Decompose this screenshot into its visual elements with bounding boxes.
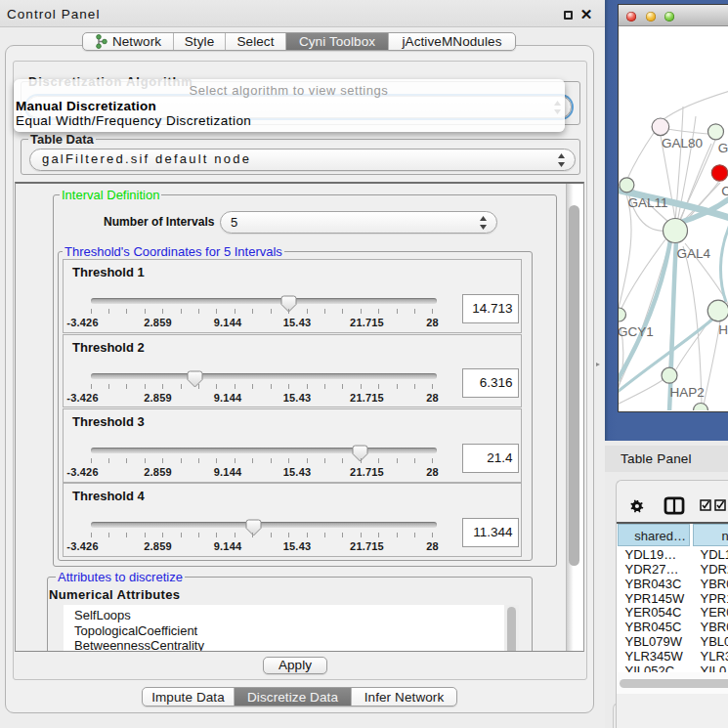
svg-text:HAP2: HAP2 (669, 385, 704, 400)
svg-text:C: C (721, 184, 728, 198)
svg-text:H: H (718, 322, 728, 337)
svg-text:GCY1: GCY1 (619, 324, 654, 339)
svg-text:G.: G. (718, 141, 728, 155)
svg-text:GAL4: GAL4 (676, 246, 710, 261)
svg-text:GAL11: GAL11 (628, 195, 668, 210)
svg-text:GAL80: GAL80 (662, 136, 703, 150)
